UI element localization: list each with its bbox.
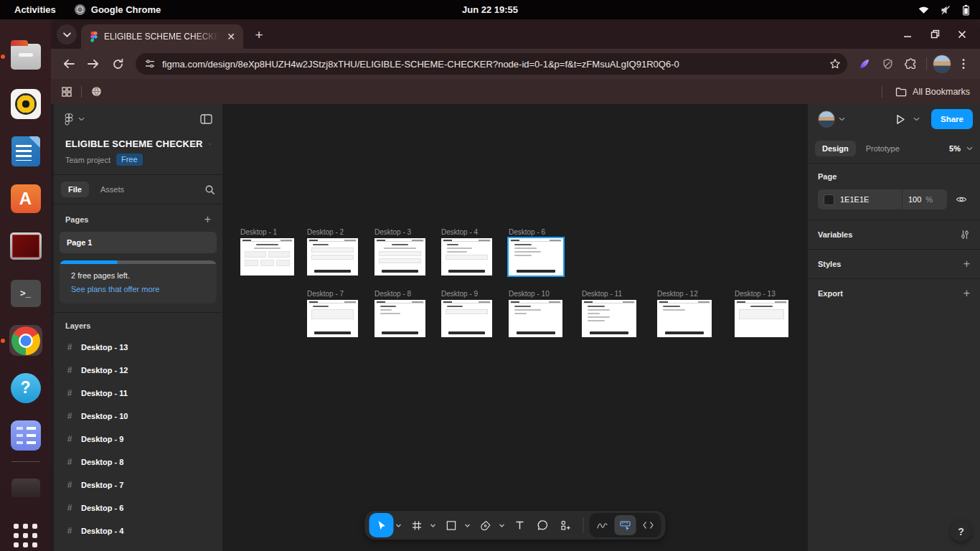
- frame-thumbnail[interactable]: [240, 238, 294, 276]
- layer-item[interactable]: #Desktop - 12: [54, 359, 222, 382]
- pen-tool-button[interactable]: [474, 514, 497, 537]
- shape-tool-chevron[interactable]: [463, 514, 473, 537]
- help-button[interactable]: ?: [951, 521, 971, 542]
- see-plans-link[interactable]: See plans that offer more: [71, 285, 205, 293]
- frame-thumbnail[interactable]: [657, 300, 712, 337]
- bookmark-star-icon[interactable]: [826, 55, 844, 73]
- pen-tool-chevron[interactable]: [497, 514, 507, 537]
- layer-item[interactable]: #Desktop - 9: [54, 428, 222, 451]
- chevron-down-icon[interactable]: [839, 117, 845, 121]
- canvas-frame[interactable]: Desktop - 9: [441, 290, 492, 337]
- profile-avatar[interactable]: [933, 55, 951, 73]
- frame-label[interactable]: Desktop - 8: [374, 290, 425, 298]
- canvas-frame[interactable]: Desktop - 10: [509, 290, 562, 337]
- styles-row[interactable]: Styles +: [808, 249, 980, 278]
- frame-thumbnail[interactable]: [441, 300, 492, 337]
- page-color-field[interactable]: 1E1E1E 100 %: [818, 189, 947, 209]
- frame-tool-button[interactable]: [405, 514, 428, 537]
- frame-label[interactable]: Desktop - 7: [307, 290, 358, 298]
- frame-thumbnail[interactable]: [509, 300, 562, 337]
- frame-thumbnail[interactable]: [307, 238, 358, 276]
- dock-terminal[interactable]: >_: [9, 278, 42, 309]
- minimize-button[interactable]: [897, 24, 918, 45]
- share-button[interactable]: Share: [931, 109, 973, 129]
- layer-item[interactable]: #Desktop - 11: [54, 382, 222, 405]
- close-window-button[interactable]: [951, 24, 973, 45]
- frame-label[interactable]: Desktop - 2: [307, 228, 358, 236]
- opacity-field[interactable]: 100 %: [903, 189, 947, 209]
- opacity-value[interactable]: 100: [908, 195, 921, 204]
- shield-extension-icon[interactable]: [877, 54, 897, 74]
- frame-label[interactable]: Desktop - 10: [509, 290, 562, 298]
- url-text[interactable]: figma.com/design/8eXp8HUZH4w2JStzj8xTHU/…: [162, 59, 819, 70]
- add-export-button[interactable]: +: [963, 287, 970, 300]
- frame-thumbnail[interactable]: [582, 300, 636, 337]
- user-avatar[interactable]: [818, 110, 835, 128]
- layer-item[interactable]: #Desktop - 6: [54, 496, 222, 519]
- site-settings-icon[interactable]: [144, 58, 156, 70]
- visibility-eye-icon[interactable]: [953, 191, 970, 208]
- design-mode-button[interactable]: [615, 515, 636, 535]
- layer-item[interactable]: #Desktop - 10: [54, 405, 222, 428]
- present-chevron-icon[interactable]: [913, 117, 920, 121]
- dock-show-apps[interactable]: [9, 520, 42, 551]
- restore-button[interactable]: [924, 24, 946, 45]
- canvas-frame[interactable]: Desktop - 7: [307, 290, 358, 337]
- frame-label[interactable]: Desktop - 13: [735, 290, 788, 298]
- tab-assets[interactable]: Assets: [93, 182, 131, 197]
- canvas-frame[interactable]: Desktop - 2: [307, 228, 358, 276]
- frame-thumbnail[interactable]: [735, 300, 788, 337]
- frame-label[interactable]: Desktop - 4: [441, 228, 492, 236]
- dock-removable-item[interactable]: [9, 473, 42, 504]
- dock-tasks[interactable]: [9, 420, 42, 451]
- extensions-puzzle-icon[interactable]: [900, 54, 920, 74]
- file-name-row[interactable]: ELIGIBLE SCHEME CHECKER: [54, 134, 222, 151]
- browser-menu-button[interactable]: [954, 55, 973, 73]
- frame-label[interactable]: Desktop - 11: [582, 290, 636, 298]
- present-button[interactable]: [891, 110, 910, 128]
- dock-libreoffice-writer[interactable]: [9, 136, 42, 166]
- figma-main-menu[interactable]: [64, 113, 74, 126]
- dock-help[interactable]: ?: [9, 372, 42, 403]
- tab-prototype[interactable]: Prototype: [859, 141, 907, 156]
- tab-file[interactable]: File: [61, 182, 89, 197]
- toggle-panel-icon[interactable]: [200, 114, 212, 124]
- new-tab-button[interactable]: +: [249, 25, 269, 45]
- system-tray[interactable]: [918, 4, 970, 16]
- chevron-down-icon[interactable]: [78, 117, 85, 121]
- layer-item[interactable]: #Desktop - 8: [54, 451, 222, 474]
- search-icon[interactable]: [204, 184, 215, 195]
- tab-search-button[interactable]: [57, 24, 77, 44]
- page-item-selected[interactable]: Page 1: [60, 232, 217, 253]
- activities-button[interactable]: Activities: [14, 4, 56, 15]
- add-style-button[interactable]: +: [963, 258, 970, 270]
- back-button[interactable]: [58, 53, 80, 75]
- move-tool-chevron[interactable]: [394, 514, 404, 537]
- dev-mode-button[interactable]: [638, 515, 659, 535]
- frame-tool-chevron[interactable]: [428, 514, 438, 537]
- shape-tool-button[interactable]: [440, 514, 463, 537]
- tab-close-button[interactable]: ✕: [225, 30, 237, 43]
- canvas-frame[interactable]: Desktop - 11: [582, 290, 636, 337]
- draw-mode-button[interactable]: [592, 515, 613, 535]
- dock-google-chrome[interactable]: [9, 325, 42, 356]
- frame-label[interactable]: Desktop - 1: [240, 228, 294, 236]
- clock[interactable]: Jun 22 19:55: [462, 4, 518, 15]
- frame-thumbnail[interactable]: [374, 300, 425, 337]
- move-tool-button[interactable]: [369, 513, 394, 537]
- focused-app-indicator[interactable]: Google Chrome: [75, 4, 161, 15]
- browser-tab[interactable]: ELIGIBLE SCHEME CHECKER ✕: [81, 24, 243, 49]
- dock-red-terminal-app[interactable]: [9, 230, 42, 261]
- color-swatch[interactable]: [824, 194, 834, 205]
- variables-sliders-icon[interactable]: [960, 230, 970, 240]
- feather-extension-icon[interactable]: [854, 54, 875, 74]
- frame-thumbnail[interactable]: [374, 238, 425, 276]
- dock-rhythmbox[interactable]: [9, 88, 42, 119]
- address-bar[interactable]: figma.com/design/8eXp8HUZH4w2JStzj8xTHU/…: [136, 53, 847, 75]
- dock-files[interactable]: [9, 41, 42, 72]
- canvas-frame[interactable]: Desktop - 3: [374, 228, 425, 276]
- canvas-frame-selected[interactable]: Desktop - 6: [509, 228, 563, 276]
- bookmark-globe-icon[interactable]: [90, 85, 103, 98]
- frame-label[interactable]: Desktop - 9: [441, 290, 492, 298]
- dock-ubuntu-software[interactable]: A: [9, 183, 42, 214]
